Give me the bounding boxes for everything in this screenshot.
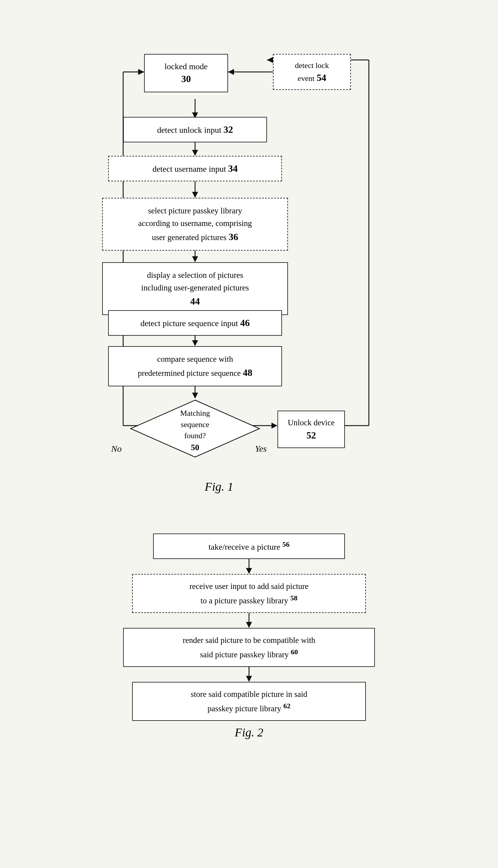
svg-marker-11 (192, 340, 198, 346)
svg-marker-19 (267, 57, 273, 63)
take-receive-picture-box: take/receive a picture 56 (153, 533, 345, 559)
svg-marker-32 (246, 676, 252, 682)
yes-label: Yes (255, 444, 267, 454)
detect-username-input-box: detect username input 34 (108, 156, 282, 181)
display-pictures-box: display a selection of picturesincluding… (102, 262, 288, 315)
fig1-label: Fig. 1 (144, 480, 294, 494)
detect-unlock-input-box: detect unlock input 32 (123, 117, 267, 142)
no-label: No (111, 444, 122, 454)
svg-marker-3 (192, 150, 198, 156)
detect-sequence-box: detect picture sequence input 46 (108, 310, 282, 336)
svg-marker-21 (228, 69, 234, 75)
svg-marker-5 (192, 192, 198, 198)
unlock-device-box: Unlock device 52 (277, 411, 345, 448)
svg-marker-28 (246, 568, 252, 574)
store-picture-box: store said compatible picture in saidpas… (132, 682, 366, 721)
svg-marker-30 (246, 622, 252, 628)
detect-lock-event-box: detect lockevent 54 (273, 54, 351, 90)
page: locked mode 30 detect lockevent 54 detec… (0, 0, 498, 868)
locked-mode-box: locked mode 30 (144, 54, 228, 92)
select-library-box: select picture passkey libraryaccording … (102, 198, 288, 250)
render-picture-box: render said picture to be compatible wit… (123, 628, 375, 667)
svg-marker-7 (192, 256, 198, 262)
diamond-matching: Matchingsequencefound? 50 (129, 399, 261, 458)
fig2-label: Fig. 2 (204, 725, 294, 739)
receive-user-input-box: receive user input to add said pictureto… (132, 574, 366, 613)
compare-sequence-box: compare sequence withpredetermined pictu… (108, 346, 282, 386)
svg-marker-15 (272, 423, 277, 429)
svg-marker-13 (192, 393, 198, 399)
svg-marker-25 (138, 69, 144, 75)
diamond-text: Matchingsequencefound? 50 (147, 407, 243, 454)
